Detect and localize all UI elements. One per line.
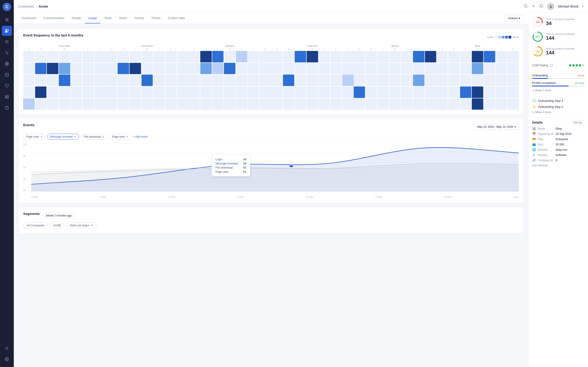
size-icon: 👥 xyxy=(532,143,536,146)
tab-usage[interactable]: Usage xyxy=(85,13,100,23)
tab-activity[interactable]: Activity xyxy=(131,13,147,23)
tooltip-login: Login: 44 xyxy=(216,158,246,161)
sidebar-item-table[interactable] xyxy=(2,92,12,102)
heatmap-month-dec: December SMTWTFS xyxy=(106,44,189,110)
detail-key-plan: Plan xyxy=(538,138,554,141)
industry-icon: ⚙ xyxy=(532,153,536,157)
onboarding-steps: ✓ Onboarding Step 1 ● Onboarding Step 2 … xyxy=(532,96,584,114)
segment-acme[interactable]: ACME xyxy=(50,223,65,228)
joined-label: Joined: xyxy=(45,214,54,217)
sidebar-item-settings[interactable] xyxy=(2,354,12,364)
progress-onboarding: Onboarding Stuck xyxy=(532,74,584,79)
breadcrumb-sep: › xyxy=(36,5,37,8)
topbar-icons: Michael Wood ▾ xyxy=(524,3,583,10)
svg-point-7 xyxy=(7,64,7,64)
sidebar-item-grid[interactable]: ⊞ xyxy=(2,15,12,25)
step-1: ✓ Onboarding Step 1 xyxy=(532,99,584,103)
tooltip-msg-value: 38 xyxy=(243,162,246,165)
detail-value-size: 20 000 xyxy=(556,143,564,146)
actions-button[interactable]: Actions ▾ xyxy=(505,15,524,22)
segment-all-companies[interactable]: All Companies xyxy=(23,223,48,228)
sidebar-item-analytics[interactable] xyxy=(2,48,12,58)
detail-signedup: 📅 Signed up at 23 Sep 2019 xyxy=(532,132,584,135)
sidebar-item-list[interactable] xyxy=(2,37,12,47)
chart-svg xyxy=(31,143,519,192)
filter-page-view-2[interactable]: Page view ✕ xyxy=(109,134,131,140)
detail-key-name: Name xyxy=(538,127,554,130)
tab-dashboard[interactable]: Dashboard xyxy=(18,13,40,23)
tooltip-page-value: 51 xyxy=(243,170,246,173)
sidebar-item-target[interactable] xyxy=(2,59,12,69)
step-1-label: Onboarding Step 1 xyxy=(538,99,563,102)
filter-page-view-1[interactable]: Page view ✕ xyxy=(23,134,45,140)
csm-dot-2 xyxy=(572,64,575,67)
metric-row-1: 28% Time in product min/week 34 xyxy=(532,17,584,27)
add-attribute-button[interactable]: Add attribute xyxy=(532,164,584,167)
events-header: Events May 13, 2020 - May 14, 2020 ▾ xyxy=(23,123,519,131)
notification-icon[interactable] xyxy=(539,4,544,9)
month-label-feb: February xyxy=(271,44,354,47)
filter-close-2[interactable]: ✕ xyxy=(74,135,76,138)
heatmap-month-mar: March SMTWTFS xyxy=(354,44,436,110)
progress-profile-header: Profile completion On track xyxy=(532,81,584,85)
filter-close-4[interactable]: ✕ xyxy=(126,135,128,138)
plan-icon: 💳 xyxy=(532,137,536,141)
sidebar-item-inbox[interactable] xyxy=(2,70,12,80)
month-label-nov: November xyxy=(23,44,106,47)
date-range-picker[interactable]: May 13, 2020 - May 14, 2020 ▾ xyxy=(474,124,519,130)
detail-website: 🌐 Website ebay.com xyxy=(532,148,584,151)
app-logo[interactable]: C xyxy=(3,3,11,11)
metric-label-1: Time in product min/week xyxy=(546,18,584,21)
segment-didnt-use[interactable]: Didnt use featur 👁 xyxy=(66,223,97,228)
detail-key-size: Size xyxy=(538,143,554,146)
search-icon[interactable] xyxy=(524,4,528,9)
heatmap-months: November SMTWTFS xyxy=(23,44,519,110)
sidebar-item-bulb[interactable] xyxy=(2,343,12,353)
legend-box-1 xyxy=(495,36,498,39)
avatar xyxy=(547,3,554,10)
segments-header: Segments Joined: 3 months ago xyxy=(23,212,519,219)
profile-progress-fill xyxy=(532,85,569,86)
heatmap-header: Event frequency in the last 6 months Les… xyxy=(23,33,519,41)
tooltip-msg-label: Message received: xyxy=(216,162,239,165)
detail-value-companyid: 9 xyxy=(556,159,557,162)
tooltip-login-label: Login: xyxy=(216,158,223,161)
tab-notes[interactable]: Notes xyxy=(116,13,130,23)
tab-people[interactable]: People xyxy=(69,13,84,23)
onboarding-status: Stuck xyxy=(578,74,584,77)
detail-companyid: 🔗 Company ID 9 xyxy=(532,158,584,162)
detail-value-signedup: 23 Sep 2019 xyxy=(556,132,571,135)
detail-name: 🏢 Name Ebay xyxy=(532,127,584,130)
metric-value-1: 34 xyxy=(546,21,584,26)
sidebar-item-people[interactable] xyxy=(2,26,12,36)
show-7-more[interactable]: ∨ Show 7 more xyxy=(532,89,584,92)
tab-tasks[interactable]: Tasks xyxy=(101,13,115,23)
add-tag-button[interactable]: Add tag xyxy=(571,120,584,125)
filter-close-1[interactable]: ✕ xyxy=(40,135,42,138)
user-menu-chevron[interactable]: ▾ xyxy=(582,5,583,8)
breadcrumb-parent[interactable]: Customers xyxy=(18,5,34,8)
tab-communication[interactable]: Communication xyxy=(40,13,68,23)
details-title: Details xyxy=(532,121,543,124)
show-2-more[interactable]: ∨ Show 2 more xyxy=(532,110,584,114)
tab-tickets[interactable]: Tickets xyxy=(148,13,164,23)
username[interactable]: Michael Wood xyxy=(558,5,578,8)
csm-dot-5 xyxy=(582,64,584,67)
filter-message-received[interactable]: Message received ✕ xyxy=(47,134,79,140)
chart-x-labels: 04 Mar 8 Mar 12 Mar 16 Mar 20 Mar 24 Mar… xyxy=(31,196,519,198)
sidebar-item-help[interactable] xyxy=(2,103,12,113)
right-panel: 28% Time in product min/week 34 82% Time… xyxy=(528,13,588,367)
segments-card: Segments Joined: 3 months ago All Compan… xyxy=(18,207,524,233)
filter-file-download[interactable]: File download ✕ xyxy=(81,134,107,140)
tab-custom-data[interactable]: Custom data xyxy=(165,13,188,23)
filter-close-3[interactable]: ✕ xyxy=(102,135,104,138)
metric-value-3: 144 xyxy=(546,50,584,56)
details-section: Details Add tag 🏢 Name Ebay 📅 Signed up … xyxy=(532,117,584,167)
sidebar-item-health[interactable] xyxy=(2,81,12,91)
step-2-icon: ● xyxy=(532,105,536,109)
add-event-button[interactable]: + Add event xyxy=(133,135,148,138)
progress-section: Onboarding Stuck Profile completion On t… xyxy=(532,71,584,92)
csm-info-icon xyxy=(550,64,553,67)
add-icon[interactable] xyxy=(531,4,536,9)
metric-value-2: 144 xyxy=(546,35,584,41)
